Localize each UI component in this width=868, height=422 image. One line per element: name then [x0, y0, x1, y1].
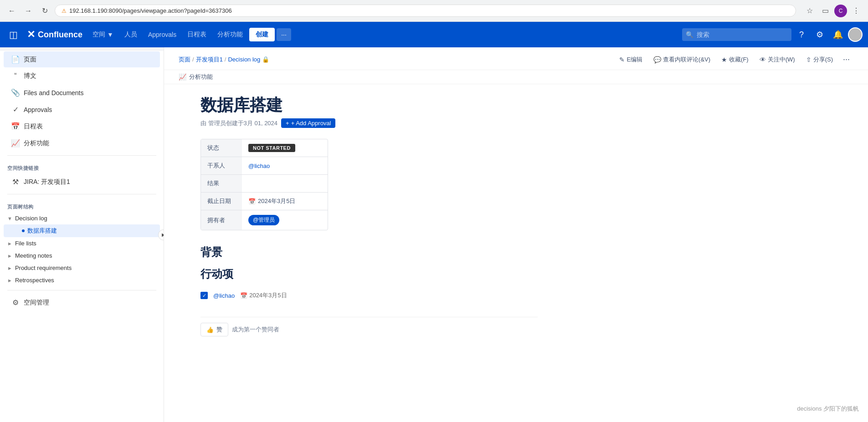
page-body: 数据库搭建 由 管理员创建于3月 01, 2024 + + Add Approv…	[164, 84, 574, 360]
create-button[interactable]: 创建	[249, 28, 275, 41]
page-content: 页面 / 开发项目1 / Decision log 🔒 ✎ E编辑 💬 查看内联…	[164, 47, 868, 422]
stakeholder-mention: @lichao	[248, 163, 270, 169]
browser-chrome: ← → ↻ ⚠ 192.168.1.190:8090/pages/viewpag…	[0, 0, 868, 22]
checkbox-checked[interactable]: ✓	[200, 292, 208, 299]
info-row-deadline: 截止日期 📅 2024年3月5日	[201, 193, 328, 210]
breadcrumb-project-link[interactable]: 开发项目1	[196, 56, 223, 64]
back-button[interactable]: ←	[5, 5, 18, 17]
nav-more-button[interactable]: ···	[277, 28, 291, 41]
sidebar-divider-2	[7, 194, 156, 194]
analytics-icon: 📈	[11, 139, 20, 147]
plus-icon: +	[286, 120, 289, 127]
star-icon: ★	[721, 56, 727, 63]
action-date: 📅 2024年3月5日	[240, 291, 287, 300]
status-label: 状态	[201, 139, 242, 157]
sidebar-item-retrospectives[interactable]: ► Retrospectives	[0, 274, 164, 286]
tree-item-label: Retrospectives	[15, 277, 54, 284]
stakeholder-label: 干系人	[201, 157, 242, 174]
forward-button[interactable]: →	[22, 5, 35, 17]
sidebar-item-meeting-notes[interactable]: ► Meeting notes	[0, 249, 164, 262]
nav-approvals[interactable]: Approvals	[144, 28, 181, 41]
sidebar-item-space-admin[interactable]: ⚙ 空间管理	[4, 295, 160, 310]
sidebar-item-approvals[interactable]: ✓ Approvals	[4, 102, 160, 117]
comment-icon: 💬	[653, 56, 661, 63]
sidebar-item-analytics[interactable]: 📈 分析功能	[4, 135, 160, 151]
sidebar-item-file-lists[interactable]: ► File lists	[0, 237, 164, 249]
sidebar-item-files[interactable]: 📎 Files and Documents	[4, 85, 160, 101]
tree-item-label: Product requirements	[15, 264, 72, 271]
sidebar-item-blog[interactable]: “ 博文	[4, 68, 160, 84]
nav-analytics[interactable]: 分析功能	[213, 28, 247, 41]
confluence-logo[interactable]: ✕ Confluence	[23, 29, 86, 41]
main-content: 📄 页面 “ 博文 📎 Files and Documents ✓ Approv…	[0, 47, 868, 422]
current-page-dot	[22, 229, 25, 232]
chevron-right-icon: ►	[7, 241, 12, 246]
blog-icon: “	[11, 72, 20, 80]
nav-people[interactable]: 人员	[120, 28, 142, 41]
tree-item-label: Decision log	[15, 215, 47, 222]
sidebar-item-jira[interactable]: ⚒ JIRA: 开发项目1	[4, 174, 160, 190]
search-input[interactable]	[682, 28, 791, 41]
edit-button[interactable]: ✎ E编辑	[615, 53, 647, 66]
calendar-icon: 📅	[248, 198, 256, 205]
search-wrapper: 🔍	[682, 28, 791, 41]
thumbs-up-icon: 👍	[206, 326, 214, 333]
tree-item-label: File lists	[15, 240, 36, 247]
sidebar-item-schedule[interactable]: 📅 日程表	[4, 118, 160, 134]
address-bar[interactable]: ⚠ 192.168.1.190:8090/pages/viewpage.acti…	[55, 5, 796, 17]
star-button[interactable]: ☆	[803, 5, 816, 17]
help-button[interactable]: ?	[793, 26, 810, 43]
breadcrumb-current-link[interactable]: Decision log	[228, 56, 260, 63]
notifications-button[interactable]: 🔔	[830, 26, 846, 43]
owner-label: 拥有者	[201, 210, 242, 230]
sidebar-item-current-page[interactable]: 数据库搭建	[4, 224, 160, 237]
breadcrumb-pages-link[interactable]: 页面	[179, 56, 190, 64]
chevron-right-icon-4: ►	[7, 278, 12, 283]
sidebar-item-decision-log[interactable]: ▼ Decision log	[0, 212, 164, 224]
user-avatar[interactable]	[848, 27, 863, 42]
sidebar: 📄 页面 “ 博文 📎 Files and Documents ✓ Approv…	[0, 47, 164, 422]
nav-spaces[interactable]: 空间 ▼	[88, 28, 118, 41]
logo-text: Confluence	[38, 30, 82, 40]
app-switcher-button[interactable]: ◫	[5, 25, 21, 44]
logo-icon: ✕	[27, 29, 35, 41]
nav-schedule[interactable]: 日程表	[183, 28, 211, 41]
more-actions-button[interactable]: ···	[839, 53, 853, 66]
settings-button[interactable]: ⚙	[812, 26, 828, 43]
sidebar-item-pages[interactable]: 📄 页面	[4, 51, 160, 67]
jira-icon: ⚒	[11, 178, 20, 186]
comment-button[interactable]: 💬 查看内联评论(&V)	[649, 53, 715, 66]
split-screen-button[interactable]: ▭	[819, 5, 832, 17]
owner-value: @管理员	[242, 210, 328, 230]
sidebar-divider-3	[7, 290, 156, 290]
browser-menu-button[interactable]: ⋮	[850, 5, 863, 17]
reload-button[interactable]: ↻	[38, 5, 51, 17]
sidebar-item-product-requirements[interactable]: ► Product requirements	[0, 262, 164, 274]
tree-heading: 页面树结构	[0, 198, 164, 212]
sidebar-scroll-indicator	[0, 47, 164, 51]
analytics-bar: 📈 分析功能	[164, 70, 868, 84]
status-badge: NOT STARTED	[248, 144, 295, 152]
files-icon: 📎	[11, 88, 20, 97]
share-button[interactable]: ⇧ 分享(S)	[801, 53, 837, 66]
first-like-text: 成为第一个赞同者	[232, 325, 279, 334]
info-table: 状态 NOT STARTED 干系人 @lichao 结果	[200, 139, 328, 230]
result-label: 结果	[201, 175, 242, 192]
browser-profile[interactable]: C	[834, 5, 847, 17]
space-admin-icon: ⚙	[11, 298, 20, 307]
page-title: 数据库搭建	[200, 95, 538, 115]
schedule-icon: 📅	[11, 122, 20, 131]
add-approval-button[interactable]: + + Add Approval	[281, 118, 335, 128]
breadcrumb: 页面 / 开发项目1 / Decision log 🔒	[179, 56, 269, 64]
like-button[interactable]: 👍 赞	[200, 323, 228, 336]
action-cal-icon: 📅	[240, 292, 247, 299]
info-row-status: 状态 NOT STARTED	[201, 139, 328, 157]
lock-icon: 🔒	[262, 56, 269, 63]
owner-badge: @管理员	[248, 215, 279, 225]
watch-button[interactable]: 👁 关注中(W)	[755, 53, 800, 66]
action-items-section: 行动项 ✓ @lichao 📅 2024年3月5日	[200, 267, 538, 302]
info-row-stakeholder: 干系人 @lichao	[201, 157, 328, 175]
bookmark-button[interactable]: ★ 收藏(F)	[717, 53, 753, 66]
page-header-bar: 页面 / 开发项目1 / Decision log 🔒 ✎ E编辑 💬 查看内联…	[164, 47, 868, 70]
browser-actions: ☆ ▭ C ⋮	[803, 5, 863, 17]
